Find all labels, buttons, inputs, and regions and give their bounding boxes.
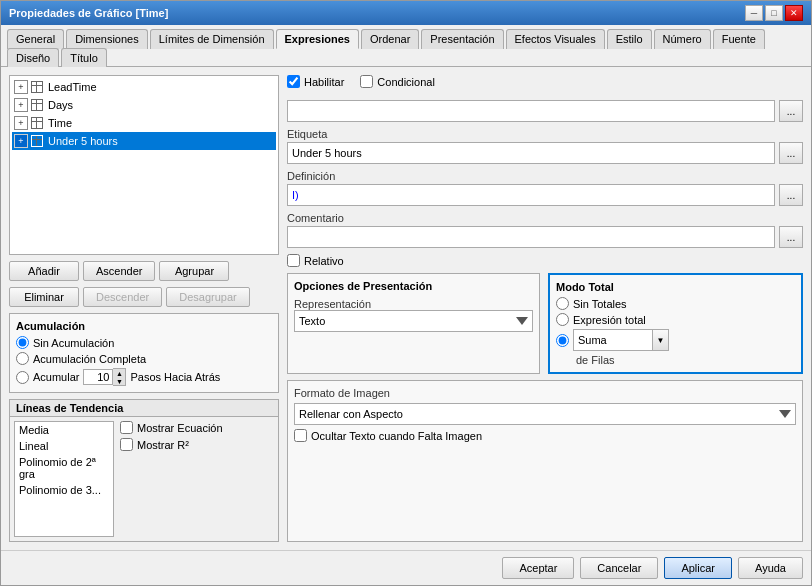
sin-totales-row: Sin Totales <box>556 297 795 310</box>
show-equation-label: Mostrar Ecuación <box>137 422 223 434</box>
expresion-total-label: Expresión total <box>573 314 646 326</box>
tab-limites[interactable]: Límites de Dimensión <box>150 29 274 49</box>
table-icon-leadtime <box>30 80 44 94</box>
sin-totales-radio[interactable] <box>556 297 569 310</box>
accum-steps-radio[interactable] <box>16 371 29 384</box>
tree-item-days[interactable]: + Days <box>12 96 276 114</box>
descend-button[interactable]: Descender <box>83 287 162 307</box>
definicion-browse-btn[interactable]: ... <box>779 184 803 206</box>
suma-select[interactable]: Suma <box>573 329 653 351</box>
steps-label: Pasos Hacia Atrás <box>130 371 220 383</box>
comentario-input[interactable] <box>287 226 775 248</box>
show-r2-checkbox[interactable] <box>120 438 133 451</box>
condicional-checkbox[interactable] <box>360 75 373 88</box>
maximize-button[interactable]: □ <box>765 5 783 21</box>
aceptar-button[interactable]: Aceptar <box>502 557 574 579</box>
comentario-field: Comentario ... <box>287 212 803 248</box>
tab-diseno[interactable]: Diseño <box>7 48 59 67</box>
spinner-up[interactable]: ▲ <box>113 369 125 377</box>
representacion-select[interactable]: Texto Línea Barra <box>294 310 533 332</box>
tree-toggle-under5[interactable]: + <box>14 134 28 148</box>
tree-toggle-leadtime[interactable]: + <box>14 80 28 94</box>
definicion-input[interactable] <box>287 184 775 206</box>
steps-input[interactable] <box>83 369 113 385</box>
window-title: Propiedades de Gráfico [Time] <box>9 7 168 19</box>
ungroup-button[interactable]: Desagrupar <box>166 287 249 307</box>
definicion-field: Definición ... <box>287 170 803 206</box>
full-accum-row: Acumulación Completa <box>16 352 272 365</box>
ocultar-texto-checkbox[interactable] <box>294 429 307 442</box>
trend-content: Media Lineal Polinomio de 2ª gra Polinom… <box>10 417 278 541</box>
relativo-checkbox[interactable] <box>287 254 300 267</box>
tab-presentacion[interactable]: Presentación <box>421 29 503 49</box>
modo-total-title: Modo Total <box>556 281 795 293</box>
full-accum-radio[interactable] <box>16 352 29 365</box>
aplicar-button[interactable]: Aplicar <box>664 557 732 579</box>
window-controls: ─ □ ✕ <box>745 5 803 21</box>
suma-radio[interactable] <box>556 334 569 347</box>
comentario-browse-btn[interactable]: ... <box>779 226 803 248</box>
spinner-down[interactable]: ▼ <box>113 377 125 385</box>
remove-button[interactable]: Eliminar <box>9 287 79 307</box>
tab-numero[interactable]: Número <box>654 29 711 49</box>
tab-efectos[interactable]: Efectos Visuales <box>506 29 605 49</box>
trend-item-lineal[interactable]: Lineal <box>15 438 113 454</box>
etiqueta-input-row: ... <box>287 142 803 164</box>
trend-item-poly3[interactable]: Polinomio de 3... <box>15 482 113 498</box>
right-panel: Habilitar Condicional ... Etiqueta <box>287 75 803 542</box>
suma-row: Suma ▼ <box>556 329 795 351</box>
presentation-section: Opciones de Presentación Representación … <box>287 273 540 374</box>
tab-general[interactable]: General <box>7 29 64 49</box>
trend-list[interactable]: Media Lineal Polinomio de 2ª gra Polinom… <box>14 421 114 537</box>
expresion-total-radio[interactable] <box>556 313 569 326</box>
imagen-select[interactable]: Rellenar con Aspecto <box>294 403 796 425</box>
no-accum-row: Sin Acumulación <box>16 336 272 349</box>
minimize-button[interactable]: ─ <box>745 5 763 21</box>
suma-dropdown-arrow[interactable]: ▼ <box>653 329 669 351</box>
ascend-button[interactable]: Ascender <box>83 261 155 281</box>
accumulation-section: Acumulación Sin Acumulación Acumulación … <box>9 313 279 393</box>
trend-item-poly2[interactable]: Polinomio de 2ª gra <box>15 454 113 482</box>
ayuda-button[interactable]: Ayuda <box>738 557 803 579</box>
footer: Aceptar Cancelar Aplicar Ayuda <box>1 550 811 585</box>
condicional-input[interactable] <box>287 100 775 122</box>
tree-item-under5[interactable]: + Under 5 hours <box>12 132 276 150</box>
tab-fuente[interactable]: Fuente <box>713 29 765 49</box>
tree-toggle-days[interactable]: + <box>14 98 28 112</box>
tree-toggle-time[interactable]: + <box>14 116 28 130</box>
definicion-input-row: ... <box>287 184 803 206</box>
tree-label-days: Days <box>48 99 73 111</box>
tab-ordenar[interactable]: Ordenar <box>361 29 419 49</box>
show-equation-checkbox[interactable] <box>120 421 133 434</box>
tree-item-leadtime[interactable]: + LeadTime <box>12 78 276 96</box>
table-icon-time <box>30 116 44 130</box>
tab-dimensiones[interactable]: Dimensiones <box>66 29 148 49</box>
full-accum-label: Acumulación Completa <box>33 353 146 365</box>
close-button[interactable]: ✕ <box>785 5 803 21</box>
no-accum-radio[interactable] <box>16 336 29 349</box>
accum-label: Acumular <box>33 371 79 383</box>
expression-tree[interactable]: + LeadTime + Days + <box>9 75 279 255</box>
tab-titulo[interactable]: Título <box>61 48 107 67</box>
etiqueta-browse-btn[interactable]: ... <box>779 142 803 164</box>
relativo-label: Relativo <box>304 255 344 267</box>
tree-item-time[interactable]: + Time <box>12 114 276 132</box>
add-button[interactable]: Añadir <box>9 261 79 281</box>
show-r2-label: Mostrar R² <box>137 439 189 451</box>
tree-label-under5: Under 5 hours <box>48 135 118 147</box>
condicional-browse-btn[interactable]: ... <box>779 100 803 122</box>
trend-item-media[interactable]: Media <box>15 422 113 438</box>
tab-expresiones[interactable]: Expresiones <box>276 29 359 49</box>
trend-section: Líneas de Tendencia Media Lineal Polinom… <box>9 399 279 542</box>
group-button[interactable]: Agrupar <box>159 261 229 281</box>
etiqueta-input[interactable] <box>287 142 775 164</box>
condicional-row: Condicional <box>360 75 434 88</box>
trend-title: Líneas de Tendencia <box>10 400 278 417</box>
tab-estilo[interactable]: Estilo <box>607 29 652 49</box>
habilitar-checkbox[interactable] <box>287 75 300 88</box>
table-icon-days <box>30 98 44 112</box>
cancelar-button[interactable]: Cancelar <box>580 557 658 579</box>
ocultar-texto-row: Ocultar Texto cuando Falta Imagen <box>294 429 796 442</box>
etiqueta-label: Etiqueta <box>287 128 803 140</box>
steps-spinner: ▲ ▼ <box>83 368 126 386</box>
